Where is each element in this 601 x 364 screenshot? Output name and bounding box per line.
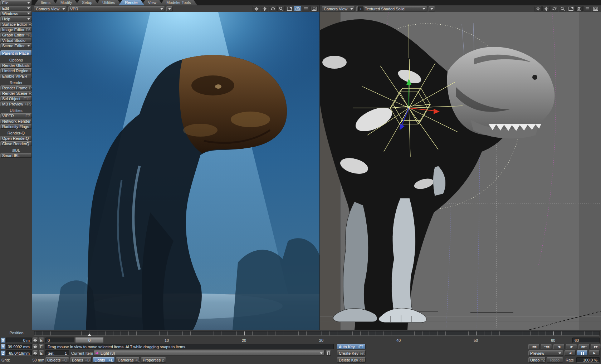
end-frame-field[interactable]: 60 bbox=[572, 338, 600, 343]
zoom-icon[interactable] bbox=[559, 6, 566, 11]
y-axis-toggle[interactable]: Y bbox=[1, 344, 5, 349]
play-forward-button[interactable]: ▶ bbox=[589, 350, 600, 356]
value-stepper[interactable] bbox=[33, 338, 38, 343]
pause-button[interactable] bbox=[577, 350, 588, 356]
section-title-utilities: Utilities bbox=[0, 108, 32, 113]
auto-key-toggle[interactable]: Auto Key+F1 bbox=[337, 344, 366, 349]
timeline-caret bbox=[88, 332, 91, 336]
z-position-field[interactable]: -65.0419mm bbox=[6, 350, 32, 356]
render-frame-button[interactable]: Render FrameF9 bbox=[0, 85, 32, 90]
tab-items[interactable]: Items bbox=[34, 0, 57, 5]
create-key-button[interactable]: Create Keyret bbox=[337, 350, 366, 356]
network-render-button[interactable]: Network Render bbox=[0, 119, 32, 123]
graph-editor-button[interactable]: Graph Editor^F2 bbox=[0, 33, 32, 37]
rotate-icon[interactable] bbox=[551, 6, 558, 11]
surface-editor-button[interactable]: Surface EditorF5 bbox=[0, 22, 32, 26]
render-scene-button[interactable]: Render SceneF10 bbox=[0, 91, 32, 95]
x-position-field[interactable]: 0 m bbox=[6, 338, 32, 343]
left-view-selector[interactable]: Camera View bbox=[34, 6, 67, 11]
next-frame-button[interactable]: ||▶ bbox=[566, 344, 577, 349]
right-viewport-shaded-view[interactable] bbox=[320, 12, 601, 330]
properties-button[interactable]: Propertiesp bbox=[141, 357, 166, 363]
chevron-down-icon bbox=[350, 8, 353, 11]
tab-modeler-tools[interactable]: Modeler Tools bbox=[160, 0, 197, 5]
item-properties-mini-button[interactable] bbox=[326, 350, 331, 356]
value-stepper[interactable] bbox=[33, 344, 38, 349]
play-reverse-button[interactable]: ◀ bbox=[565, 350, 576, 356]
value-stepper[interactable] bbox=[33, 350, 38, 356]
go-to-first-frame-button[interactable]: |◀◀ bbox=[528, 344, 539, 349]
rotate-icon[interactable] bbox=[269, 6, 277, 11]
left-viewport-header: Camera View VPR bbox=[32, 5, 319, 12]
sel-object-button[interactable]: Sel ObjectF11 bbox=[0, 96, 32, 101]
tab-modify[interactable]: Modify bbox=[54, 0, 78, 5]
smart-ibl-button[interactable]: Smart IBL bbox=[0, 153, 32, 158]
left-viewport-vpr-render[interactable] bbox=[32, 12, 319, 330]
z-axis-toggle[interactable]: Z bbox=[1, 350, 5, 356]
parent-in-place-toggle[interactable]: Parent in Place bbox=[0, 50, 32, 56]
frame-icon[interactable] bbox=[310, 6, 318, 11]
mb-preview-button[interactable]: MB Preview+F9 bbox=[0, 102, 32, 106]
menu-file[interactable]: File bbox=[0, 0, 32, 5]
redo-button[interactable]: Redo bbox=[547, 357, 563, 363]
right-view-selector[interactable]: Camera View bbox=[322, 6, 355, 11]
step-right-icon bbox=[35, 352, 39, 355]
cameras-mode-button[interactable]: Cameras+C bbox=[116, 357, 140, 363]
next-key-button[interactable]: ▶▶+ bbox=[578, 344, 590, 349]
delete-key-button[interactable]: Delete Keydel bbox=[337, 357, 366, 363]
frame-icon[interactable] bbox=[592, 6, 599, 11]
pan-icon[interactable] bbox=[253, 6, 260, 11]
lights-mode-button[interactable]: Lights+L bbox=[93, 357, 115, 363]
virtual-studio-button[interactable]: Virtual Studio bbox=[0, 38, 32, 43]
timeline-ruler[interactable] bbox=[34, 331, 600, 336]
tab-setup[interactable]: Setup bbox=[75, 0, 99, 5]
radiosity-flags-button[interactable]: Radiosity Flags bbox=[0, 124, 32, 129]
preview-dropdown[interactable]: Preview bbox=[528, 350, 563, 356]
left-render-mode-selector[interactable]: VPR bbox=[68, 6, 165, 11]
previous-key-button[interactable]: +◀◀ bbox=[541, 344, 552, 349]
go-to-last-frame-button[interactable]: ▶▶| bbox=[591, 344, 601, 349]
right-viewport-menu-button[interactable] bbox=[429, 6, 435, 11]
y-position-field[interactable]: 39.9992 mm bbox=[6, 344, 32, 349]
x-axis-toggle[interactable]: X bbox=[1, 338, 5, 343]
scene-editor-button[interactable]: Scene Editor bbox=[0, 43, 32, 48]
y-envelope-button[interactable]: E bbox=[39, 344, 44, 349]
x-envelope-button[interactable]: E bbox=[39, 338, 44, 343]
menu-help[interactable]: Help bbox=[0, 16, 32, 21]
tab-render[interactable]: Render bbox=[119, 0, 145, 5]
left-viewport-menu-button[interactable] bbox=[166, 6, 173, 11]
menu-edit[interactable]: Edit bbox=[0, 6, 32, 10]
frame-slider-handle[interactable]: 0 bbox=[75, 338, 104, 343]
previous-frame-button[interactable]: ◀|| bbox=[553, 344, 565, 349]
list-icon[interactable] bbox=[302, 6, 309, 11]
first-frame-field[interactable]: 0 bbox=[45, 338, 74, 343]
objects-mode-button[interactable]: Objects+O bbox=[45, 357, 69, 363]
tab-utilities[interactable]: Utilities bbox=[96, 0, 121, 5]
pan-icon[interactable] bbox=[534, 6, 542, 11]
timeline-label: 30 bbox=[319, 338, 323, 343]
menu-windows[interactable]: Windows bbox=[0, 11, 32, 16]
move-icon[interactable] bbox=[542, 6, 550, 11]
z-envelope-button[interactable]: E bbox=[39, 350, 44, 356]
close-renderq-button[interactable]: Close RenderQ bbox=[0, 141, 32, 146]
bones-mode-button[interactable]: Bones+B bbox=[70, 357, 92, 363]
expand-icon[interactable] bbox=[567, 6, 575, 11]
move-icon[interactable] bbox=[261, 6, 268, 11]
undo-button[interactable]: Undo^Z bbox=[528, 357, 546, 363]
limited-region-button[interactable]: Limited Regionl bbox=[0, 68, 32, 73]
enable-viper-button[interactable]: Enable VIPER bbox=[0, 74, 32, 78]
expand-icon[interactable] bbox=[285, 6, 293, 11]
texture-mode-icon: T bbox=[358, 6, 363, 11]
camera-icon[interactable] bbox=[294, 6, 301, 11]
camera-icon[interactable] bbox=[575, 6, 583, 11]
right-render-mode-selector[interactable]: TTextured Shaded Solid bbox=[356, 6, 427, 11]
current-item-dropdown[interactable]: Light (3) bbox=[94, 350, 324, 356]
render-globals-button[interactable]: Render Globals bbox=[0, 63, 32, 68]
image-editor-button[interactable]: Image EditorF6 bbox=[0, 27, 32, 32]
list-icon[interactable] bbox=[583, 6, 591, 11]
viper-button[interactable]: VIPERF7 bbox=[0, 113, 32, 118]
open-renderq-button[interactable]: Open RenderQ bbox=[0, 136, 32, 141]
tab-view[interactable]: View bbox=[142, 0, 163, 5]
zoom-icon[interactable] bbox=[277, 6, 285, 11]
rate-value-field[interactable]: 100.0 % bbox=[576, 357, 600, 363]
